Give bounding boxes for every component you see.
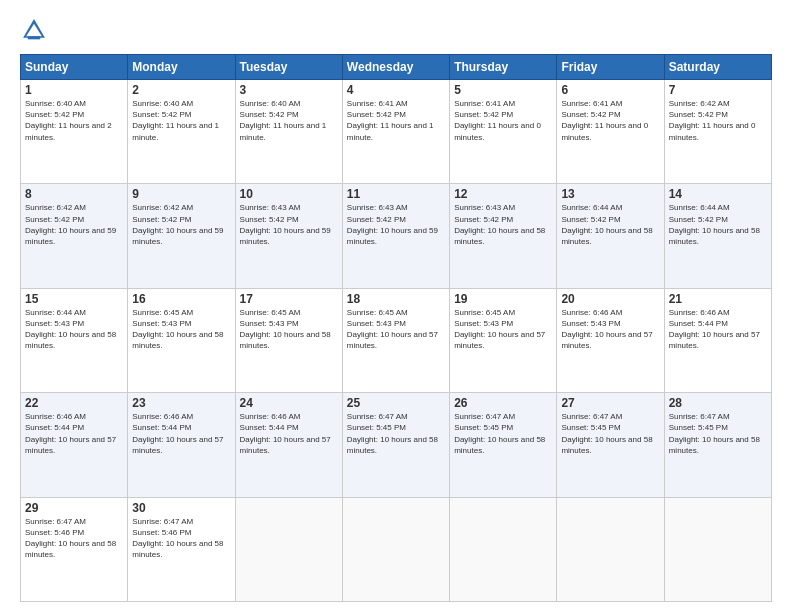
day-info: Sunrise: 6:40 AMSunset: 5:42 PMDaylight:… — [132, 99, 219, 142]
day-number: 15 — [25, 292, 123, 306]
day-info: Sunrise: 6:45 AMSunset: 5:43 PMDaylight:… — [132, 308, 223, 351]
calendar-day-cell — [342, 497, 449, 601]
day-info: Sunrise: 6:46 AMSunset: 5:44 PMDaylight:… — [25, 412, 116, 455]
day-info: Sunrise: 6:47 AMSunset: 5:46 PMDaylight:… — [132, 517, 223, 560]
calendar-week-row: 29Sunrise: 6:47 AMSunset: 5:46 PMDayligh… — [21, 497, 772, 601]
calendar-day-cell: 16Sunrise: 6:45 AMSunset: 5:43 PMDayligh… — [128, 288, 235, 392]
calendar-day-cell: 25Sunrise: 6:47 AMSunset: 5:45 PMDayligh… — [342, 393, 449, 497]
calendar-day-header: Friday — [557, 55, 664, 80]
day-number: 3 — [240, 83, 338, 97]
calendar-day-cell: 7Sunrise: 6:42 AMSunset: 5:42 PMDaylight… — [664, 80, 771, 184]
day-number: 28 — [669, 396, 767, 410]
day-info: Sunrise: 6:46 AMSunset: 5:43 PMDaylight:… — [561, 308, 652, 351]
calendar-day-cell: 24Sunrise: 6:46 AMSunset: 5:44 PMDayligh… — [235, 393, 342, 497]
day-number: 5 — [454, 83, 552, 97]
svg-rect-2 — [28, 36, 40, 39]
day-info: Sunrise: 6:42 AMSunset: 5:42 PMDaylight:… — [25, 203, 116, 246]
day-info: Sunrise: 6:42 AMSunset: 5:42 PMDaylight:… — [132, 203, 223, 246]
day-info: Sunrise: 6:43 AMSunset: 5:42 PMDaylight:… — [454, 203, 545, 246]
day-number: 30 — [132, 501, 230, 515]
day-info: Sunrise: 6:44 AMSunset: 5:43 PMDaylight:… — [25, 308, 116, 351]
day-number: 9 — [132, 187, 230, 201]
calendar-day-header: Monday — [128, 55, 235, 80]
day-info: Sunrise: 6:40 AMSunset: 5:42 PMDaylight:… — [240, 99, 327, 142]
day-info: Sunrise: 6:41 AMSunset: 5:42 PMDaylight:… — [454, 99, 541, 142]
calendar-day-header: Tuesday — [235, 55, 342, 80]
calendar-day-header: Saturday — [664, 55, 771, 80]
day-number: 23 — [132, 396, 230, 410]
day-number: 2 — [132, 83, 230, 97]
day-number: 1 — [25, 83, 123, 97]
day-number: 27 — [561, 396, 659, 410]
day-info: Sunrise: 6:42 AMSunset: 5:42 PMDaylight:… — [669, 99, 756, 142]
calendar-day-cell: 28Sunrise: 6:47 AMSunset: 5:45 PMDayligh… — [664, 393, 771, 497]
day-info: Sunrise: 6:45 AMSunset: 5:43 PMDaylight:… — [347, 308, 438, 351]
calendar-day-cell: 11Sunrise: 6:43 AMSunset: 5:42 PMDayligh… — [342, 184, 449, 288]
day-info: Sunrise: 6:43 AMSunset: 5:42 PMDaylight:… — [347, 203, 438, 246]
calendar-day-cell: 19Sunrise: 6:45 AMSunset: 5:43 PMDayligh… — [450, 288, 557, 392]
logo-icon — [20, 16, 48, 44]
day-number: 10 — [240, 187, 338, 201]
calendar-day-cell: 22Sunrise: 6:46 AMSunset: 5:44 PMDayligh… — [21, 393, 128, 497]
day-info: Sunrise: 6:47 AMSunset: 5:45 PMDaylight:… — [347, 412, 438, 455]
calendar-day-cell — [664, 497, 771, 601]
calendar-week-row: 8Sunrise: 6:42 AMSunset: 5:42 PMDaylight… — [21, 184, 772, 288]
calendar-day-cell: 29Sunrise: 6:47 AMSunset: 5:46 PMDayligh… — [21, 497, 128, 601]
calendar-day-cell: 9Sunrise: 6:42 AMSunset: 5:42 PMDaylight… — [128, 184, 235, 288]
calendar-day-cell: 17Sunrise: 6:45 AMSunset: 5:43 PMDayligh… — [235, 288, 342, 392]
day-number: 13 — [561, 187, 659, 201]
day-number: 24 — [240, 396, 338, 410]
day-info: Sunrise: 6:40 AMSunset: 5:42 PMDaylight:… — [25, 99, 112, 142]
calendar-day-cell: 14Sunrise: 6:44 AMSunset: 5:42 PMDayligh… — [664, 184, 771, 288]
day-number: 20 — [561, 292, 659, 306]
calendar-week-row: 22Sunrise: 6:46 AMSunset: 5:44 PMDayligh… — [21, 393, 772, 497]
calendar-day-cell: 12Sunrise: 6:43 AMSunset: 5:42 PMDayligh… — [450, 184, 557, 288]
calendar-week-row: 15Sunrise: 6:44 AMSunset: 5:43 PMDayligh… — [21, 288, 772, 392]
day-info: Sunrise: 6:44 AMSunset: 5:42 PMDaylight:… — [669, 203, 760, 246]
calendar-day-cell: 20Sunrise: 6:46 AMSunset: 5:43 PMDayligh… — [557, 288, 664, 392]
page: SundayMondayTuesdayWednesdayThursdayFrid… — [0, 0, 792, 612]
calendar-day-cell: 30Sunrise: 6:47 AMSunset: 5:46 PMDayligh… — [128, 497, 235, 601]
day-info: Sunrise: 6:46 AMSunset: 5:44 PMDaylight:… — [132, 412, 223, 455]
calendar-day-cell: 8Sunrise: 6:42 AMSunset: 5:42 PMDaylight… — [21, 184, 128, 288]
day-info: Sunrise: 6:45 AMSunset: 5:43 PMDaylight:… — [240, 308, 331, 351]
calendar-day-cell: 3Sunrise: 6:40 AMSunset: 5:42 PMDaylight… — [235, 80, 342, 184]
day-number: 16 — [132, 292, 230, 306]
calendar-day-header: Thursday — [450, 55, 557, 80]
day-info: Sunrise: 6:45 AMSunset: 5:43 PMDaylight:… — [454, 308, 545, 351]
calendar-day-cell: 27Sunrise: 6:47 AMSunset: 5:45 PMDayligh… — [557, 393, 664, 497]
day-number: 7 — [669, 83, 767, 97]
day-info: Sunrise: 6:43 AMSunset: 5:42 PMDaylight:… — [240, 203, 331, 246]
calendar-week-row: 1Sunrise: 6:40 AMSunset: 5:42 PMDaylight… — [21, 80, 772, 184]
day-info: Sunrise: 6:47 AMSunset: 5:45 PMDaylight:… — [454, 412, 545, 455]
day-number: 8 — [25, 187, 123, 201]
logo — [20, 16, 52, 44]
calendar-day-cell: 18Sunrise: 6:45 AMSunset: 5:43 PMDayligh… — [342, 288, 449, 392]
calendar-day-cell — [557, 497, 664, 601]
calendar-day-cell: 6Sunrise: 6:41 AMSunset: 5:42 PMDaylight… — [557, 80, 664, 184]
calendar-day-cell: 23Sunrise: 6:46 AMSunset: 5:44 PMDayligh… — [128, 393, 235, 497]
day-number: 14 — [669, 187, 767, 201]
calendar-day-cell: 2Sunrise: 6:40 AMSunset: 5:42 PMDaylight… — [128, 80, 235, 184]
calendar-day-cell: 10Sunrise: 6:43 AMSunset: 5:42 PMDayligh… — [235, 184, 342, 288]
day-info: Sunrise: 6:41 AMSunset: 5:42 PMDaylight:… — [561, 99, 648, 142]
calendar-day-cell: 1Sunrise: 6:40 AMSunset: 5:42 PMDaylight… — [21, 80, 128, 184]
calendar-day-cell: 26Sunrise: 6:47 AMSunset: 5:45 PMDayligh… — [450, 393, 557, 497]
calendar-day-header: Sunday — [21, 55, 128, 80]
day-number: 19 — [454, 292, 552, 306]
day-info: Sunrise: 6:41 AMSunset: 5:42 PMDaylight:… — [347, 99, 434, 142]
day-number: 6 — [561, 83, 659, 97]
day-number: 21 — [669, 292, 767, 306]
day-number: 18 — [347, 292, 445, 306]
day-number: 11 — [347, 187, 445, 201]
calendar-day-header: Wednesday — [342, 55, 449, 80]
calendar-day-cell — [235, 497, 342, 601]
day-info: Sunrise: 6:46 AMSunset: 5:44 PMDaylight:… — [240, 412, 331, 455]
day-number: 22 — [25, 396, 123, 410]
calendar-day-cell: 5Sunrise: 6:41 AMSunset: 5:42 PMDaylight… — [450, 80, 557, 184]
day-info: Sunrise: 6:47 AMSunset: 5:45 PMDaylight:… — [669, 412, 760, 455]
calendar-header-row: SundayMondayTuesdayWednesdayThursdayFrid… — [21, 55, 772, 80]
day-number: 17 — [240, 292, 338, 306]
day-number: 29 — [25, 501, 123, 515]
calendar-table: SundayMondayTuesdayWednesdayThursdayFrid… — [20, 54, 772, 602]
